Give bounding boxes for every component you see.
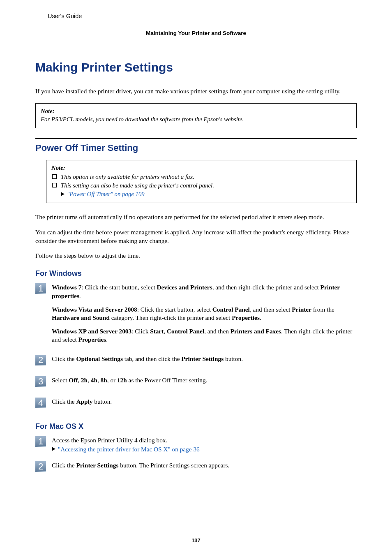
step-body: Windows 7: Click the start button, selec…: [52, 283, 357, 344]
note-heading: Note:: [41, 107, 351, 116]
subsection-heading: For Windows: [35, 268, 357, 278]
running-head: User's Guide: [35, 12, 357, 21]
arrow-icon: [52, 447, 55, 451]
note-text: This setting can also be made using the …: [61, 182, 214, 189]
body-paragraph: You can adjust the time before power man…: [35, 228, 357, 245]
arrow-icon: [61, 192, 65, 196]
note-body: For PS3/PCL models, you need to download…: [41, 116, 351, 124]
cross-reference-link[interactable]: "Power Off Timer" on page 109: [67, 190, 145, 199]
section-heading: Power Off Timer Setting: [35, 138, 357, 154]
note-box: Note: This option is only available for …: [46, 160, 357, 204]
cross-reference-link[interactable]: "Accessing the printer driver for Mac OS…: [58, 445, 200, 454]
step-number-badge: 3: [35, 376, 46, 387]
step: 2 Click the Printer Settings button. The…: [35, 461, 357, 472]
step-body: Click the Optional Settings tab, and the…: [52, 355, 357, 365]
step-body: Access the Epson Printer Utility 4 dialo…: [52, 436, 357, 453]
step-paragraph: Click the Apply button.: [52, 398, 357, 406]
step-paragraph: Click the Optional Settings tab, and the…: [52, 355, 357, 363]
step-number-badge: 2: [35, 461, 46, 472]
note-list: This option is only available for printe…: [51, 173, 351, 199]
page-title: Making Printer Settings: [35, 59, 357, 76]
step-body: Click the Apply button.: [52, 398, 357, 408]
intro-paragraph: If you have installed the printer driver…: [35, 87, 357, 96]
page-number: 137: [0, 537, 392, 544]
step-body: Select Off, 2h, 4h, 8h, or 12h as the Po…: [52, 376, 357, 387]
step-paragraph: Select Off, 2h, 4h, 8h, or 12h as the Po…: [52, 376, 357, 385]
step: 3 Select Off, 2h, 4h, 8h, or 12h as the …: [35, 376, 357, 387]
note-text: This option is only available for printe…: [61, 173, 194, 181]
section-label: Maintaining Your Printer and Software: [35, 30, 357, 37]
step-number-badge: 2: [35, 355, 46, 365]
step: 1 Windows 7: Click the start button, sel…: [35, 283, 357, 344]
step-paragraph: Windows 7: Click the start button, selec…: [52, 283, 357, 300]
note-box: Note: For PS3/PCL models, you need to do…: [35, 103, 357, 128]
note-heading: Note:: [51, 164, 351, 172]
body-paragraph: The printer turns off automatically if n…: [35, 213, 357, 222]
step-number-badge: 4: [35, 398, 46, 408]
step-body: Click the Printer Settings button. The P…: [52, 461, 357, 472]
step-paragraph: Windows XP and Server 2003: Click Start,…: [52, 327, 357, 344]
bullet-icon: [52, 174, 57, 179]
step-paragraph: Click the Printer Settings button. The P…: [52, 461, 357, 470]
step-paragraph: Access the Epson Printer Utility 4 dialo…: [52, 436, 357, 445]
step: 1 Access the Epson Printer Utility 4 dia…: [35, 436, 357, 453]
bullet-icon: [52, 183, 57, 187]
step-number-badge: 1: [35, 283, 46, 294]
note-item: This setting can also be made using the …: [52, 182, 351, 199]
step: 2 Click the Optional Settings tab, and t…: [35, 355, 357, 365]
subsection-heading: For Mac OS X: [35, 421, 357, 431]
body-paragraph: Follow the steps below to adjust the tim…: [35, 252, 357, 260]
step-paragraph: Windows Vista and Server 2008: Click the…: [52, 305, 357, 322]
step-number-badge: 1: [35, 436, 46, 447]
note-item: This option is only available for printe…: [52, 173, 351, 181]
step: 4 Click the Apply button.: [35, 398, 357, 408]
